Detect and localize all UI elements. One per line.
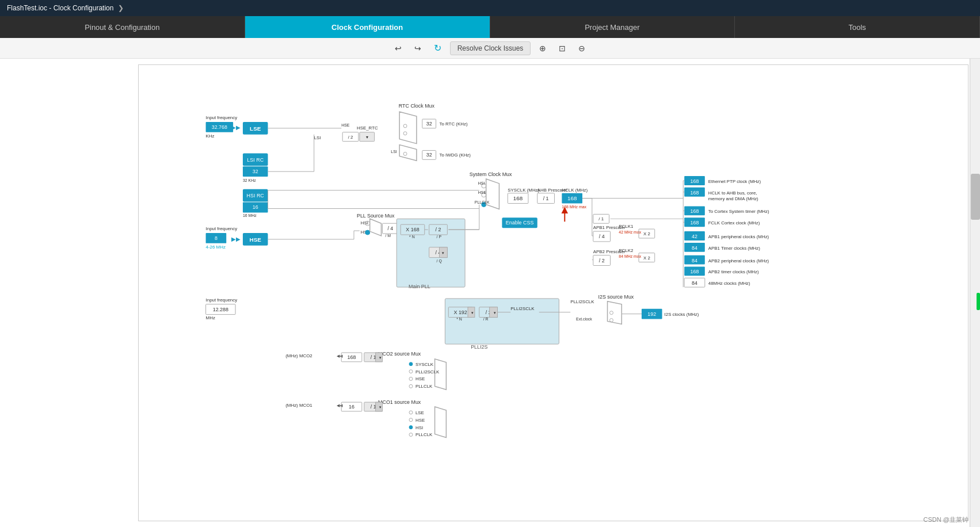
svg-text:I2S clocks (MHz): I2S clocks (MHz) <box>665 312 699 317</box>
svg-text:LSI: LSI <box>391 150 396 154</box>
zoom-out-button[interactable]: ⊖ <box>574 41 589 55</box>
svg-text:16: 16 <box>349 404 354 410</box>
svg-text:/ 2: / 2 <box>348 135 353 140</box>
svg-text:▾: ▾ <box>379 356 382 360</box>
svg-text:/ 4: / 4 <box>599 234 605 239</box>
svg-point-177 <box>409 384 413 388</box>
svg-text:LSE: LSE <box>250 125 261 132</box>
svg-text:APB2 peripheral clocks (MHz): APB2 peripheral clocks (MHz) <box>708 258 769 264</box>
svg-text:48MHz clocks (MHz): 48MHz clocks (MHz) <box>708 281 750 286</box>
svg-text:SYSCLK: SYSCLK <box>415 362 434 367</box>
svg-text:▾: ▾ <box>366 135 368 140</box>
svg-text:42 MHz max: 42 MHz max <box>619 230 641 234</box>
svg-point-191 <box>409 418 413 422</box>
resolve-button[interactable]: Resolve Clock Issues <box>450 41 531 55</box>
svg-text:4-26 MHz: 4-26 MHz <box>206 245 226 250</box>
svg-text:32: 32 <box>426 152 432 158</box>
svg-text:◀◀: ◀◀ <box>337 403 343 407</box>
svg-text:X 2: X 2 <box>643 231 650 236</box>
svg-point-175 <box>409 377 413 381</box>
svg-text:84: 84 <box>692 280 697 286</box>
svg-text:HSE: HSE <box>415 418 425 423</box>
clock-diagram[interactable]: Input frequency 32.768 KHz Input frequen… <box>138 64 968 521</box>
svg-text:/ 2: / 2 <box>599 258 605 264</box>
svg-text:HSE_RTC: HSE_RTC <box>357 125 378 131</box>
svg-text:/ 2: / 2 <box>436 227 441 232</box>
nav-tabs: Pinout & Configuration Clock Configurati… <box>0 16 980 38</box>
tab-project[interactable]: Project Manager <box>490 16 735 38</box>
svg-point-195 <box>409 433 413 437</box>
svg-text:APB1 Timer clocks (MHz): APB1 Timer clocks (MHz) <box>708 246 760 251</box>
svg-text:MCO1 source Mux: MCO1 source Mux <box>378 399 421 405</box>
svg-text:168: 168 <box>691 190 699 196</box>
svg-text:8: 8 <box>215 235 218 241</box>
svg-text:Ext.clock: Ext.clock <box>576 317 592 321</box>
svg-text:/ 1: / 1 <box>598 216 604 222</box>
svg-text:LSI: LSI <box>314 135 321 140</box>
svg-text:PLL Source Mux: PLL Source Mux <box>357 213 395 219</box>
zoom-in-button[interactable]: ⊕ <box>535 41 550 55</box>
svg-text:HSE: HSE <box>341 123 350 127</box>
svg-text:32: 32 <box>253 169 258 174</box>
svg-text:HSI RC: HSI RC <box>247 193 265 198</box>
main-content: Input frequency 32.768 KHz Input frequen… <box>0 59 980 527</box>
svg-text:/ R: / R <box>483 317 489 321</box>
svg-text:RTC Clock Mux: RTC Clock Mux <box>399 103 435 109</box>
redo-button[interactable]: ↪ <box>410 41 425 55</box>
svg-text:Input frequency: Input frequency <box>206 297 238 303</box>
svg-text:Ethernet PTP clock (MHz): Ethernet PTP clock (MHz) <box>708 179 761 184</box>
svg-text:LSI RC: LSI RC <box>247 157 264 163</box>
svg-text:PLLI2SCLK: PLLI2SCLK <box>510 306 535 311</box>
svg-text:168: 168 <box>567 195 577 201</box>
svg-text:memory and DMA (MHz): memory and DMA (MHz) <box>708 196 758 201</box>
svg-text:16 MHz: 16 MHz <box>243 213 257 217</box>
svg-text:(MHz) MCO1: (MHz) MCO1 <box>285 403 312 408</box>
svg-marker-197 <box>435 407 447 437</box>
watermark: CSDN @韭菜钟 <box>924 515 968 524</box>
tab-pinout[interactable]: Pinout & Configuration <box>0 16 245 38</box>
refresh-button[interactable]: ↻ <box>430 40 445 56</box>
undo-button[interactable]: ↩ <box>391 41 406 55</box>
svg-text:HSI: HSI <box>478 181 485 185</box>
svg-text:System Clock Mux: System Clock Mux <box>470 171 512 177</box>
svg-text:/ Q: / Q <box>437 259 443 264</box>
svg-text:SYSCLK (MHz): SYSCLK (MHz) <box>508 188 539 193</box>
svg-text:32: 32 <box>426 121 432 127</box>
svg-point-189 <box>409 411 413 414</box>
svg-text:* N: * N <box>409 235 415 239</box>
svg-text:42: 42 <box>692 234 697 239</box>
svg-text:HCLK (MHz): HCLK (MHz) <box>562 188 588 193</box>
svg-text:X 168: X 168 <box>406 227 419 232</box>
svg-text:▾: ▾ <box>471 311 474 315</box>
svg-text:84: 84 <box>692 258 697 264</box>
svg-text:MHz: MHz <box>206 315 215 320</box>
svg-text:168: 168 <box>691 220 699 226</box>
svg-rect-145 <box>445 299 559 344</box>
svg-text:12.288: 12.288 <box>213 307 228 312</box>
svg-text:Enable CSS: Enable CSS <box>506 220 534 226</box>
svg-text:APB2 timer clocks (MHz): APB2 timer clocks (MHz) <box>708 269 759 274</box>
title-bar: FlashTest.ioc - Clock Configuration ❯ <box>0 0 980 16</box>
input-freq-1-label: Input frequency <box>206 115 238 120</box>
title-text: FlashTest.ioc - Clock Configuration <box>7 4 113 12</box>
svg-text:APB1 peripheral clocks (MHz): APB1 peripheral clocks (MHz) <box>708 234 769 239</box>
svg-marker-45 <box>399 145 417 161</box>
scrollbar[interactable] <box>970 59 980 527</box>
svg-text:Input frequency: Input frequency <box>206 226 238 231</box>
svg-text:168: 168 <box>691 269 699 274</box>
svg-text:84: 84 <box>692 245 697 251</box>
svg-text:Main PLL: Main PLL <box>409 284 430 289</box>
svg-text:HSI: HSI <box>415 425 423 430</box>
svg-text:* N: * N <box>456 317 462 321</box>
svg-text:To IWDG (KHz): To IWDG (KHz) <box>440 152 471 158</box>
svg-text:HSE: HSE <box>250 236 262 243</box>
svg-text:168: 168 <box>513 195 523 201</box>
svg-text:To Cortex System timer (MHz): To Cortex System timer (MHz) <box>708 209 769 214</box>
tab-tools[interactable]: Tools <box>735 16 980 38</box>
lse-value: 32.768 <box>212 124 227 130</box>
svg-point-193 <box>409 426 413 429</box>
svg-text:84 MHz max: 84 MHz max <box>619 254 641 258</box>
svg-text:◀◀: ◀◀ <box>337 354 343 358</box>
tab-clock[interactable]: Clock Configuration <box>245 16 490 38</box>
fit-button[interactable]: ⊡ <box>555 41 570 55</box>
